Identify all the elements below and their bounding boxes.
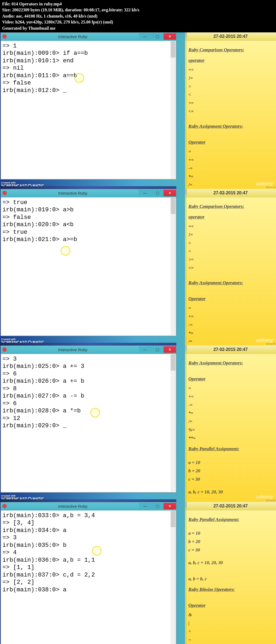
notes-scroll-thumb[interactable] [185,345,187,351]
notes-date-header: 27-02-2015 20:47 [185,502,276,510]
titlebar[interactable]: Interactive Ruby—▢× [1,33,176,41]
maximize-button[interactable]: ▢ [151,33,164,40]
maximize-button[interactable]: ▢ [151,190,164,196]
vertical-scrollbar[interactable] [171,198,175,335]
notes-content[interactable]: Ruby Assignment Operators:Operator=+=-=*… [185,354,276,499]
notes-operator-line: *= [188,330,273,337]
notes-operator-line: += [188,393,273,401]
terminal-side: Interactive Ruby—▢×irb(main):033:0> a,b … [0,502,185,644]
irb-window: Interactive Ruby—▢×irb(main):033:0> a,b … [1,502,176,644]
ruby-icon [2,504,7,508]
notes-operator-line: = [188,385,273,392]
scroll-thumb[interactable] [171,511,175,527]
minimize-button[interactable]: — [139,346,151,353]
vertical-scrollbar[interactable] [171,511,175,644]
notes-operator-line: < [188,248,273,255]
window-title: Interactive Ruby [7,191,139,195]
notes-operator-line: <= [188,108,273,116]
generated-line: Generated by Thumbnail me [2,25,274,31]
notes-date-header: 27-02-2015 20:47 [185,32,276,41]
notes-spacer [188,369,273,372]
close-button[interactable]: × [164,190,176,196]
notes-section-title: Operator [188,295,273,303]
notes-section-title: operator [188,57,273,65]
notes-section-title: Ruby Comparison Operators: [188,203,273,211]
scroll-thumb[interactable] [171,41,175,57]
notes-operator-line: -= [188,321,273,329]
notes-content[interactable]: Ruby Comparison Operators:operator==!=><… [185,197,276,357]
notes-scrollbar[interactable] [185,189,187,345]
video-frame-3: Interactive Ruby—▢×irb(main):033:0> a,b … [0,502,276,644]
irb-window: Interactive Ruby—▢×=> 1 irb(main):009:0>… [1,32,176,179]
terminal-content[interactable]: => true irb(main):019:0> a>b => false ir… [1,197,176,336]
notes-operator-line: = [188,304,273,312]
notes-scrollbar[interactable] [185,502,187,644]
notes-spacer [188,567,273,571]
terminal-content[interactable]: => 3 irb(main):025:0> a += 3 => 6 irb(ma… [1,354,176,492]
minimize-button[interactable]: — [139,503,151,509]
notes-content[interactable]: Ruby Parallel Assignment:a = 10b = 20c =… [185,510,276,644]
close-button[interactable]: × [164,33,176,40]
notes-operator-line: <= [188,264,273,272]
titlebar[interactable]: Interactive Ruby—▢× [1,502,176,510]
notes-section-title: Ruby Assignment Operators: [188,123,273,130]
notes-operator-line: >= [188,99,273,107]
notes-section-title: Operator [188,138,273,146]
terminal-content[interactable]: => 1 irb(main):009:0> if a==b irb(main):… [1,41,176,179]
sticky-notes: 27-02-2015 20:47Ruby Assignment Operator… [185,345,276,502]
notes-operator-line: < [188,91,273,99]
mouse-cursor-highlight [61,246,70,256]
notes-scrollbar[interactable] [185,32,187,189]
terminal-side: Interactive Ruby—▢×=> true irb(main):019… [0,189,185,345]
notes-section-title: Ruby Parallel Assignment: [188,445,273,453]
notes-spacer [188,595,273,599]
video-frame-1: Interactive Ruby—▢×=> true irb(main):019… [0,189,276,345]
notes-scroll-thumb[interactable] [185,32,187,38]
notes-operator-line: a = 10 [188,530,273,537]
audio-line: Audio: aac, 44100 Hz, 1 channels, s16, 4… [2,13,274,19]
notes-operator-line: a, b = b, c [188,575,273,583]
notes-operator-line: += [188,156,273,164]
close-button[interactable]: × [164,503,176,509]
notes-operator-line: != [188,231,273,239]
notes-section-title: Ruby Comparison Operators: [188,46,273,54]
notes-section-title: Ruby Parallel Assignment: [188,516,273,524]
minimize-button[interactable]: — [139,33,151,40]
ruby-icon [2,34,7,39]
scroll-thumb[interactable] [171,354,175,371]
sticky-notes: 27-02-2015 20:47Ruby Comparison Operator… [185,189,276,345]
notes-scrollbar[interactable] [185,345,187,502]
vertical-scrollbar[interactable] [171,41,175,179]
notes-content[interactable]: Ruby Comparison Operators:operator==!=><… [185,41,276,201]
notes-operator-line: c = 30 [188,546,273,554]
notes-spacer [188,484,273,488]
notes-operator-line: = [188,148,273,156]
mouse-cursor-highlight [92,546,102,556]
titlebar[interactable]: Interactive Ruby—▢× [1,346,176,354]
timestamp-tag: 00:03:59 [266,499,275,502]
minimize-button[interactable]: — [139,190,151,196]
notes-operator-line: & [188,611,273,619]
titlebar[interactable]: Interactive Ruby—▢× [1,189,176,197]
size-line: Size: 20022309 bytes (19.10 MiB), durati… [2,7,274,13]
notes-section-title: Ruby Bitwise Operators: [188,586,273,594]
notes-operator-line: | [188,619,273,627]
maximize-button[interactable]: ▢ [151,503,164,509]
notes-spacer [188,116,273,120]
video-line: Video: h264, yuv420p, 1280x720, 279 kb/s… [2,19,274,25]
notes-operator-line: a = 10 [188,459,273,467]
taskbar [0,343,176,345]
maximize-button[interactable]: ▢ [151,346,164,353]
notes-spacer [188,273,273,276]
notes-operator-line: ^ [188,628,273,636]
vertical-scrollbar[interactable] [171,354,175,492]
notes-scroll-thumb[interactable] [185,502,187,507]
terminal-content[interactable]: irb(main):033:0> a,b = 3,4 => [3, 4] irb… [1,510,176,644]
notes-date-header: 27-02-2015 20:47 [185,345,276,354]
window-title: Interactive Ruby [7,34,139,39]
notes-operator-line: *= [188,409,273,417]
close-button[interactable]: × [164,346,176,353]
notes-operator-line: /= [188,418,273,426]
scroll-thumb[interactable] [171,198,175,214]
notes-scroll-thumb[interactable] [185,189,187,194]
